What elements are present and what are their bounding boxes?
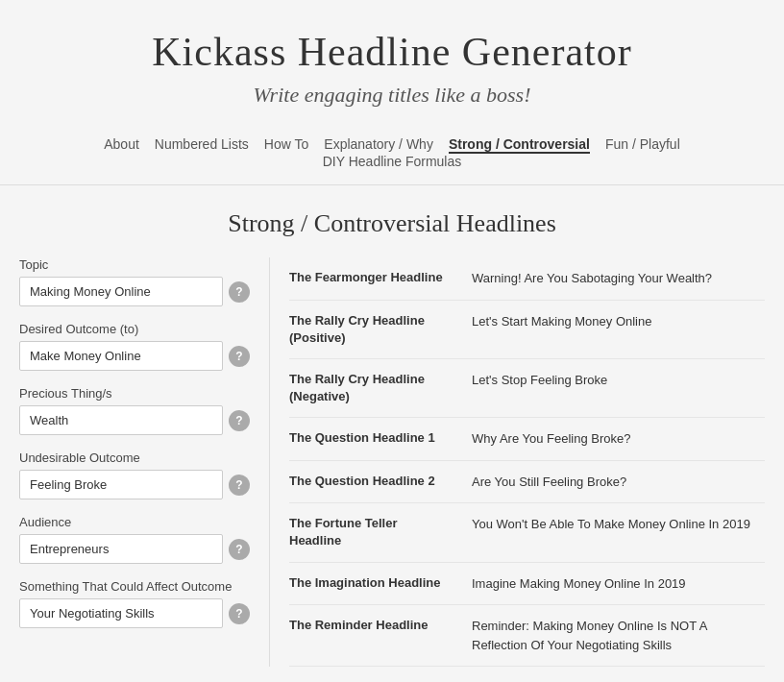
headline-row: The Question Headline 1Why Are You Feeli…: [289, 418, 765, 461]
section-title: Strong / Controversial Headlines: [0, 209, 784, 238]
headline-text: Why Are You Feeling Broke?: [472, 429, 765, 449]
headline-text: Reminder: Making Money Online Is NOT A R…: [472, 617, 765, 654]
nav-item-how-to[interactable]: How To: [264, 136, 308, 152]
nav-item-fun---playful[interactable]: Fun / Playful: [605, 136, 680, 152]
something-affect-field-group: Something That Could Affect Outcome ?: [19, 579, 250, 628]
topic-field-group: Topic ?: [19, 257, 250, 306]
undesirable-outcome-field-group: Undesirable Outcome ?: [19, 451, 250, 499]
headline-row: The Rally Cry Headline (Negative)Let's S…: [289, 359, 765, 418]
undesirable-outcome-field-row: ?: [19, 470, 250, 499]
headline-text: You Won't Be Able To Make Money Online I…: [472, 515, 765, 534]
audience-label: Audience: [19, 515, 250, 529]
nav-item-numbered-lists[interactable]: Numbered Lists: [155, 136, 249, 152]
page-wrapper: Kickass Headline Generator Write engagin…: [0, 0, 784, 682]
undesirable-outcome-input[interactable]: [19, 470, 223, 499]
headline-type: The Imagination Headline: [289, 574, 453, 592]
headline-type: The Fearmonger Headline: [289, 269, 453, 286]
something-affect-label: Something That Could Affect Outcome: [19, 579, 250, 594]
nav-item-strong---controversial[interactable]: Strong / Controversial: [449, 136, 590, 154]
headline-type: The Fortune Teller Headline: [289, 515, 453, 549]
audience-input[interactable]: [19, 534, 223, 564]
headline-row: The Rally Cry Headline (Positive)Let's S…: [289, 301, 765, 359]
headline-text: Are You Still Feeling Broke?: [472, 473, 765, 492]
headline-type: The Rally Cry Headline (Positive): [289, 312, 453, 347]
nav-item-about[interactable]: About: [104, 136, 139, 152]
desired-outcome-field-group: Desired Outcome (to) ?: [19, 322, 250, 371]
headline-type: The Question Headline 1: [289, 429, 453, 447]
page-title: Kickass Headline Generator: [19, 29, 765, 75]
precious-thing-field-group: Precious Thing/s ?: [19, 386, 250, 435]
nav-item-explanatory---why[interactable]: Explanatory / Why: [324, 136, 433, 152]
topic-field-row: ?: [19, 277, 250, 306]
headline-row: The Fearmonger HeadlineWarning! Are You …: [289, 257, 765, 301]
topic-label: Topic: [19, 257, 250, 272]
tagline: Write engaging titles like a boss!: [19, 83, 765, 108]
headline-text: Let's Start Making Money Online: [472, 312, 765, 331]
headline-text: Imagine Making Money Online In 2019: [472, 574, 765, 594]
audience-field-group: Audience ?: [19, 515, 250, 564]
headline-type: The Rally Cry Headline (Negative): [289, 371, 453, 405]
left-panel: Topic ? Desired Outcome (to) ? Precious …: [19, 257, 269, 667]
desired-outcome-input[interactable]: [19, 341, 223, 371]
desired-outcome-help-button[interactable]: ?: [229, 346, 250, 367]
headline-text: Warning! Are You Sabotaging Your Wealth?: [472, 269, 765, 288]
precious-thing-label: Precious Thing/s: [19, 386, 250, 401]
headline-row: The Question Headline 2Are You Still Fee…: [289, 461, 765, 504]
precious-thing-field-row: ?: [19, 405, 250, 435]
undesirable-outcome-help-button[interactable]: ?: [229, 475, 250, 496]
navigation: AboutNumbered ListsHow ToExplanatory / W…: [0, 127, 784, 185]
headline-type: The Reminder Headline: [289, 617, 453, 634]
headline-text: Let's Stop Feeling Broke: [472, 371, 765, 390]
something-affect-field-row: ?: [19, 598, 250, 628]
nav-item-diy-headline-formulas[interactable]: DIY Headline Formulas: [323, 154, 461, 169]
topic-input[interactable]: [19, 277, 223, 306]
right-panel: The Fearmonger HeadlineWarning! Are You …: [269, 257, 765, 667]
headline-row: The Imagination HeadlineImagine Making M…: [289, 563, 765, 606]
desired-outcome-field-row: ?: [19, 341, 250, 371]
desired-outcome-label: Desired Outcome (to): [19, 322, 250, 336]
topic-help-button[interactable]: ?: [229, 281, 250, 303]
audience-field-row: ?: [19, 534, 250, 564]
audience-help-button[interactable]: ?: [229, 539, 250, 560]
header: Kickass Headline Generator Write engagin…: [0, 0, 784, 127]
undesirable-outcome-label: Undesirable Outcome: [19, 451, 250, 465]
headline-row: The Fortune Teller HeadlineYou Won't Be …: [289, 503, 765, 562]
something-affect-help-button[interactable]: ?: [229, 603, 250, 624]
main-content: Topic ? Desired Outcome (to) ? Precious …: [0, 257, 784, 667]
something-affect-input[interactable]: [19, 598, 223, 628]
precious-thing-input[interactable]: [19, 405, 223, 435]
precious-thing-help-button[interactable]: ?: [229, 410, 250, 431]
headline-row: The Reminder HeadlineReminder: Making Mo…: [289, 605, 765, 667]
headline-type: The Question Headline 2: [289, 473, 453, 490]
